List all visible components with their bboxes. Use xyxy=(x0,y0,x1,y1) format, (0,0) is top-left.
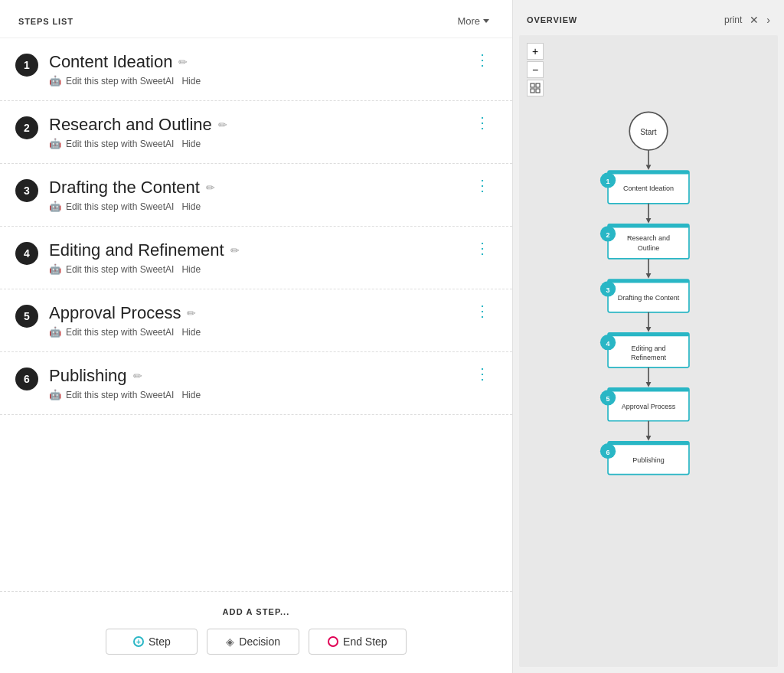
edit-icon-1[interactable]: ✏ xyxy=(178,56,188,68)
svg-marker-7 xyxy=(646,165,652,170)
step-name-row-2: Research and Outline ✏ xyxy=(49,115,227,135)
kebab-menu-2[interactable]: ⋮ xyxy=(472,115,494,130)
kebab-menu-1[interactable]: ⋮ xyxy=(472,52,494,67)
zoom-out-button[interactable]: − xyxy=(527,61,544,78)
svg-marker-37 xyxy=(646,382,652,387)
svg-rect-24 xyxy=(608,279,689,283)
step-name-1: Content Ideation xyxy=(49,52,172,72)
end-step-button-label: End Step xyxy=(343,635,387,648)
step-icon: + xyxy=(133,636,144,647)
svg-text:Refinement: Refinement xyxy=(631,354,667,361)
step-name-row-5: Approval Process ✏ xyxy=(49,303,201,323)
step-name-4: Editing and Refinement xyxy=(49,240,224,260)
fit-button[interactable] xyxy=(527,80,544,96)
step-left-2: 2 Research and Outline ✏ 🤖 Edit this ste… xyxy=(15,115,227,149)
add-step-label: ADD A STEP... xyxy=(18,607,494,616)
hide-link-2[interactable]: Hide xyxy=(181,139,201,149)
print-button[interactable]: print xyxy=(724,15,742,25)
edit-icon-3[interactable]: ✏ xyxy=(206,181,215,194)
svg-text:Start: Start xyxy=(640,128,657,136)
step-item-1: 1 Content Ideation ✏ 🤖 Edit this step wi… xyxy=(0,38,512,101)
step-ai-row-1: 🤖 Edit this step with SweetAI Hide xyxy=(49,75,201,87)
zoom-controls: + − xyxy=(527,43,544,96)
step-number-3: 3 xyxy=(15,179,38,202)
step-name-3: Drafting the Content xyxy=(49,178,200,198)
add-end-step-button[interactable]: End Step xyxy=(309,629,407,655)
step-content-1: Content Ideation ✏ 🤖 Edit this step with… xyxy=(49,52,201,87)
step-content-3: Drafting the Content ✏ 🤖 Edit this step … xyxy=(49,178,215,212)
ai-text-1: Edit this step with SweetAI xyxy=(66,76,174,87)
ai-text-2: Edit this step with SweetAI xyxy=(66,139,174,149)
more-label: More xyxy=(457,15,480,27)
next-button[interactable]: › xyxy=(766,14,770,26)
svg-text:Drafting the Content: Drafting the Content xyxy=(618,294,680,302)
overview-header: OVERVIEW print ✕ › xyxy=(513,0,784,35)
step-item-6: 6 Publishing ✏ 🤖 Edit this step with Swe… xyxy=(0,352,512,415)
add-step-section: ADD A STEP... + Step ◈ Decision End Step xyxy=(0,591,512,673)
hide-link-6[interactable]: Hide xyxy=(181,390,201,400)
step-number-5: 5 xyxy=(15,305,38,328)
step-name-6: Publishing xyxy=(49,366,127,386)
svg-text:4: 4 xyxy=(606,340,610,348)
svg-marker-14 xyxy=(646,218,652,224)
edit-icon-6[interactable]: ✏ xyxy=(133,370,142,382)
step-button-label: Step xyxy=(149,635,171,648)
step-content-6: Publishing ✏ 🤖 Edit this step with Sweet… xyxy=(49,366,201,400)
svg-text:2: 2 xyxy=(606,231,610,239)
ai-icon-5: 🤖 xyxy=(49,326,61,338)
step-ai-row-4: 🤖 Edit this step with SweetAI Hide xyxy=(49,263,240,275)
kebab-menu-4[interactable]: ⋮ xyxy=(472,240,494,256)
svg-text:3: 3 xyxy=(606,286,610,294)
overview-diagram: + − Start 1 Conten xyxy=(519,35,778,667)
step-left-3: 3 Drafting the Content ✏ 🤖 Edit this ste… xyxy=(15,178,215,212)
svg-marker-22 xyxy=(646,273,652,279)
step-number-4: 4 xyxy=(15,242,38,265)
svg-text:5: 5 xyxy=(606,395,610,403)
right-panel: OVERVIEW print ✕ › + − Start xyxy=(513,0,784,673)
hide-link-1[interactable]: Hide xyxy=(181,76,201,87)
hide-link-3[interactable]: Hide xyxy=(181,201,201,212)
zoom-in-button[interactable]: + xyxy=(527,43,544,60)
kebab-menu-5[interactable]: ⋮ xyxy=(472,303,494,319)
edit-icon-5[interactable]: ✏ xyxy=(187,307,196,319)
svg-rect-31 xyxy=(608,333,689,337)
ai-text-3: Edit this step with SweetAI xyxy=(66,201,174,212)
step-left-6: 6 Publishing ✏ 🤖 Edit this step with Swe… xyxy=(15,366,201,400)
svg-rect-46 xyxy=(608,442,689,446)
kebab-menu-6[interactable]: ⋮ xyxy=(472,366,494,381)
svg-rect-1 xyxy=(536,83,540,87)
step-name-row-6: Publishing ✏ xyxy=(49,366,201,386)
step-name-2: Research and Outline xyxy=(49,115,212,135)
hide-link-5[interactable]: Hide xyxy=(181,327,201,338)
edit-icon-2[interactable]: ✏ xyxy=(218,119,227,131)
svg-text:1: 1 xyxy=(606,178,610,185)
decision-button-label: Decision xyxy=(239,635,280,648)
step-name-5: Approval Process xyxy=(49,303,181,323)
end-step-icon xyxy=(328,636,338,647)
steps-list: 1 Content Ideation ✏ 🤖 Edit this step wi… xyxy=(0,38,512,591)
ai-icon-6: 🤖 xyxy=(49,389,61,400)
svg-text:Research and: Research and xyxy=(627,234,670,242)
step-item-4: 4 Editing and Refinement ✏ 🤖 Edit this s… xyxy=(0,227,512,289)
step-ai-row-6: 🤖 Edit this step with SweetAI Hide xyxy=(49,389,201,400)
more-button[interactable]: More xyxy=(452,14,494,28)
svg-text:Editing and: Editing and xyxy=(631,345,665,353)
svg-text:Outline: Outline xyxy=(638,244,660,252)
svg-text:Publishing: Publishing xyxy=(632,456,665,464)
close-button[interactable]: ✕ xyxy=(750,14,759,26)
left-panel: STEPS LIST More 1 Content Ideation ✏ 🤖 E… xyxy=(0,0,513,673)
add-step-button[interactable]: + Step xyxy=(106,629,198,655)
step-number-2: 2 xyxy=(15,116,38,139)
step-item-3: 3 Drafting the Content ✏ 🤖 Edit this ste… xyxy=(0,164,512,227)
kebab-menu-3[interactable]: ⋮ xyxy=(472,178,494,193)
step-ai-row-5: 🤖 Edit this step with SweetAI Hide xyxy=(49,326,201,338)
svg-text:Approval Process: Approval Process xyxy=(622,403,676,410)
step-number-1: 1 xyxy=(15,54,38,77)
edit-icon-4[interactable]: ✏ xyxy=(230,244,240,256)
add-decision-button[interactable]: ◈ Decision xyxy=(207,629,299,655)
step-name-row-1: Content Ideation ✏ xyxy=(49,52,201,72)
hide-link-4[interactable]: Hide xyxy=(181,264,201,275)
step-ai-row-2: 🤖 Edit this step with SweetAI Hide xyxy=(49,138,227,149)
svg-rect-9 xyxy=(608,171,689,175)
step-name-row-4: Editing and Refinement ✏ xyxy=(49,240,240,260)
